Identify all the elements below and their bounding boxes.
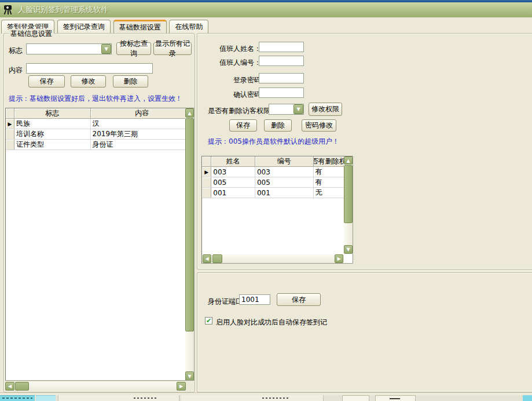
tab-signin-record-query[interactable]: 签到记录查询 — [57, 20, 111, 34]
flags-table-hscroll-thumb[interactable] — [15, 382, 29, 391]
confirm-password-input[interactable] — [259, 88, 304, 98]
table-row[interactable]: ▶003003有 — [202, 167, 353, 177]
taskbar-item-5[interactable] — [342, 395, 369, 401]
scroll-down-icon[interactable]: ▼ — [344, 245, 353, 254]
delete-permission-value — [269, 104, 293, 114]
table-cell[interactable]: 汉 — [90, 119, 193, 129]
operators-table-hscroll-thumb[interactable] — [212, 254, 222, 263]
content-input[interactable] — [26, 63, 153, 74]
table-cell[interactable]: 001 — [255, 188, 313, 198]
id-port-input[interactable] — [239, 294, 270, 305]
flags-table-vscrollbar[interactable]: ▲ ▼ — [185, 108, 194, 381]
chevron-down-icon[interactable]: ▼ — [293, 104, 303, 114]
table-row[interactable]: ▶民族汉 — [6, 119, 194, 129]
delete-permission-label: 是否有删除访客权限 — [208, 106, 270, 116]
taskbar-item-3[interactable] — [58, 395, 179, 401]
scroll-right-icon[interactable]: ▶ — [177, 382, 186, 391]
table-cell[interactable]: 005 — [211, 177, 255, 188]
tab-basic-data-settings[interactable]: 基础数据设置 — [113, 20, 167, 34]
row-selector[interactable] — [6, 129, 14, 140]
basic-info-group: 基础信息设置 标志 ▼ 按标志查询 显示所有记录 内容 保存 修改 删除 提示：… — [3, 33, 195, 392]
flags-table[interactable]: 标志内容▶民族汉培训名称2019年第三期证件类型身份证 ▲ ▼ — [5, 108, 195, 381]
duty-name-input[interactable] — [259, 42, 304, 52]
table-cell[interactable]: 003 — [255, 167, 313, 177]
taskbar-item-2[interactable] — [36, 395, 56, 401]
window-title: 人脸识别签到管理系统软件 — [18, 5, 108, 15]
operators-table[interactable]: 姓名编号是否有删除权限▶003003有005005有001001无 ▲ ▼ ◀ … — [201, 156, 353, 264]
left-delete-button[interactable]: 删除 — [113, 75, 148, 88]
id-port-label: 身份证端口 — [208, 297, 243, 307]
show-all-records-button[interactable]: 显示所有记录 — [153, 42, 192, 55]
scroll-down-icon[interactable]: ▼ — [185, 371, 194, 381]
column-header[interactable]: 标志 — [14, 108, 90, 119]
id-card-settings-group: 身份证端口 保存 ✔ 启用人脸对比成功后自动保存签到记 — [197, 272, 532, 392]
scroll-up-icon[interactable]: ▲ — [185, 108, 194, 118]
operators-table-vscroll-thumb[interactable] — [344, 165, 353, 223]
row-selector-header — [6, 108, 14, 119]
port-save-button[interactable]: 保存 — [277, 293, 321, 306]
table-cell[interactable]: 培训名称 — [14, 129, 90, 140]
table-cell[interactable]: 证件类型 — [14, 140, 90, 150]
flags-table-vscroll-thumb[interactable] — [185, 118, 194, 331]
operators-table-hscrollbar[interactable]: ◀ ▶ — [202, 254, 344, 263]
query-by-flag-button[interactable]: 按标志查询 — [116, 42, 151, 55]
right-save-button[interactable]: 保存 — [229, 119, 257, 132]
operator-settings-group: 值班人姓名： 值班人编号： 登录密码： 确认密码： 是否有删除访客权限 ▼ 修改… — [197, 33, 532, 269]
table-cell[interactable]: 2019年第三期 — [90, 129, 193, 140]
column-header[interactable]: 编号 — [255, 156, 313, 167]
column-header[interactable]: 内容 — [90, 108, 193, 119]
table-cell[interactable]: 001 — [211, 188, 255, 198]
scroll-left-icon[interactable]: ◀ — [5, 382, 14, 391]
modify-permission-button[interactable]: 修改权限 — [309, 103, 342, 116]
left-save-button[interactable]: 保存 — [28, 75, 65, 88]
duty-id-input[interactable] — [259, 56, 304, 66]
table-cell[interactable]: 民族 — [14, 119, 90, 129]
taskbar-item-6[interactable] — [375, 395, 416, 401]
column-header[interactable]: 姓名 — [211, 156, 255, 167]
content-label: 内容 — [9, 65, 23, 75]
titlebar[interactable]: 人脸识别签到管理系统软件 — [0, 2, 532, 17]
client-area: 签到登录管理 签到记录查询 基础数据设置 在线帮助 基础信息设置 标志 ▼ 按标… — [0, 17, 532, 395]
table-row[interactable]: 005005有 — [202, 177, 353, 188]
basic-info-group-title: 基础信息设置 — [9, 29, 54, 39]
taskbar — [0, 395, 532, 401]
table-row[interactable]: 培训名称2019年第三期 — [6, 129, 194, 140]
taskbar-item-active[interactable] — [0, 395, 35, 401]
login-password-input[interactable] — [259, 73, 304, 83]
auto-save-checkbox[interactable]: ✔ — [205, 317, 212, 325]
tab-online-help[interactable]: 在线帮助 — [169, 20, 208, 34]
row-selector[interactable] — [6, 140, 14, 150]
row-selector[interactable] — [202, 188, 211, 198]
flag-combobox[interactable]: ▼ — [26, 43, 112, 54]
chevron-down-icon[interactable]: ▼ — [101, 44, 111, 54]
change-password-button[interactable]: 密码修改 — [302, 119, 336, 132]
operators-table-vscrollbar[interactable]: ▲ ▼ — [344, 156, 353, 254]
camera-tripod-icon — [3, 5, 13, 15]
scroll-up-icon[interactable]: ▲ — [344, 156, 353, 165]
left-modify-button[interactable]: 修改 — [71, 75, 106, 88]
right-delete-button[interactable]: 删除 — [264, 119, 292, 132]
taskbar-item-right[interactable] — [523, 395, 532, 401]
table-cell[interactable]: 身份证 — [90, 140, 193, 150]
flag-label: 标志 — [9, 46, 23, 56]
current-row-icon[interactable]: ▶ — [202, 167, 211, 177]
duty-id-label: 值班人编号： — [219, 58, 261, 68]
check-icon: ✔ — [206, 317, 211, 325]
left-hint-text: 提示：基础数据设置好后，退出软件再进入，设置生效！ — [9, 94, 182, 104]
scroll-left-icon[interactable]: ◀ — [203, 254, 211, 263]
row-selector[interactable] — [202, 177, 211, 188]
table-row[interactable]: 001001无 — [202, 188, 353, 198]
current-row-icon[interactable]: ▶ — [6, 119, 14, 129]
flag-combobox-value — [27, 44, 101, 54]
table-cell[interactable]: 003 — [211, 167, 255, 177]
scroll-right-icon[interactable]: ▶ — [335, 254, 343, 263]
auto-save-checkbox-label: 启用人脸对比成功后自动保存签到记 — [216, 318, 327, 327]
table-row[interactable]: 证件类型身份证 — [6, 140, 194, 150]
taskbar-item-4[interactable] — [181, 395, 324, 401]
data-grid[interactable]: 标志内容▶民族汉培训名称2019年第三期证件类型身份证 — [6, 108, 194, 150]
right-hint-text: 提示：005操作员是软件默认的超级用户！ — [208, 137, 339, 147]
delete-permission-combobox[interactable]: ▼ — [269, 104, 304, 115]
flags-table-hscrollbar[interactable]: ◀ ▶ — [5, 382, 186, 391]
data-grid[interactable]: 姓名编号是否有删除权限▶003003有005005有001001无 — [202, 156, 353, 198]
table-cell[interactable]: 005 — [255, 177, 313, 188]
